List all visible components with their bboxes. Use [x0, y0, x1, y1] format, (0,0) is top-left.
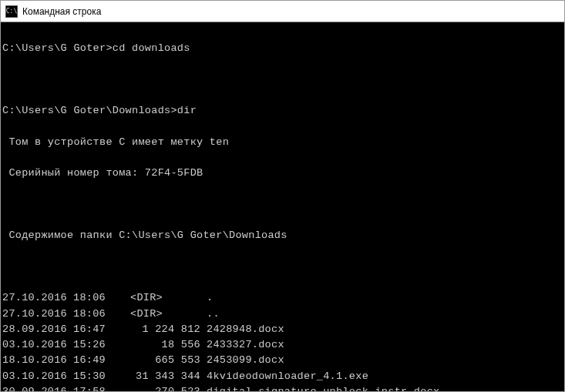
blank-line: [2, 260, 564, 275]
dir-marker: <DIR>: [118, 290, 207, 306]
serial-info: Серийный номер тома: 72F4-5FDB: [2, 166, 564, 181]
file-name: 2453099.docx: [207, 353, 564, 368]
file-name: ..: [207, 307, 564, 322]
blank-line: [2, 197, 564, 213]
list-item: 27.10.201618:06<DIR>.: [2, 290, 564, 306]
file-name: 2433327.docx: [207, 337, 564, 353]
file-size: 1 224 812: [118, 322, 207, 337]
file-time: 15:26: [73, 337, 118, 353]
prompt-line-1: C:\Users\G Goter>cd downloads: [2, 41, 564, 56]
titlebar[interactable]: C:\ Командная строка: [1, 1, 564, 22]
list-item: 03.10.201615:3031 343 3444kvideodownload…: [2, 369, 564, 384]
prompt-line-2: C:\Users\G Goter\Downloads>dir: [2, 103, 564, 119]
contents-header: Содержимое папки C:\Users\G Goter\Downlo…: [2, 228, 564, 243]
file-time: 16:47: [73, 322, 118, 337]
blank-line: [2, 72, 564, 88]
file-name: 4kvideodownloader_4.1.exe: [207, 369, 564, 384]
list-item: 18.10.201616:49665 5532453099.docx: [2, 353, 564, 368]
dir-marker: <DIR>: [118, 307, 207, 322]
list-item: 30.09.201617:58270 523digital_signature_…: [2, 384, 564, 391]
terminal-output[interactable]: C:\Users\G Goter>cd downloads C:\Users\G…: [1, 22, 564, 391]
file-time: 18:06: [73, 290, 118, 306]
file-time: 16:49: [73, 353, 118, 368]
list-item: 28.09.201616:471 224 8122428948.docx: [2, 322, 564, 337]
file-date: 03.10.2016: [2, 337, 73, 353]
cmd-window: C:\ Командная строка C:\Users\G Goter>cd…: [0, 0, 565, 392]
file-time: 17:58: [73, 384, 118, 391]
file-size: 665 553: [118, 353, 207, 368]
cmd-icon: C:\: [5, 5, 18, 18]
file-date: 30.09.2016: [2, 384, 73, 391]
file-date: 28.09.2016: [2, 322, 73, 337]
file-name: .: [207, 290, 564, 306]
file-date: 27.10.2016: [2, 307, 73, 322]
file-date: 03.10.2016: [2, 369, 73, 384]
list-item: 27.10.201618:06<DIR>..: [2, 307, 564, 322]
list-item: 03.10.201615:2618 5562433327.docx: [2, 337, 564, 353]
file-date: 18.10.2016: [2, 353, 73, 368]
file-listing: 27.10.201618:06<DIR>.27.10.201618:06<DIR…: [2, 290, 564, 391]
volume-info: Том в устройстве C имеет метку ten: [2, 135, 564, 150]
file-time: 18:06: [73, 307, 118, 322]
file-time: 15:30: [73, 369, 118, 384]
file-size: 270 523: [118, 384, 207, 391]
file-date: 27.10.2016: [2, 290, 73, 306]
file-name: digital_signature_unblock_instr.docx: [207, 384, 564, 391]
file-size: 31 343 344: [118, 369, 207, 384]
file-size: 18 556: [118, 337, 207, 353]
window-title: Командная строка: [22, 6, 101, 17]
file-name: 2428948.docx: [207, 322, 564, 337]
